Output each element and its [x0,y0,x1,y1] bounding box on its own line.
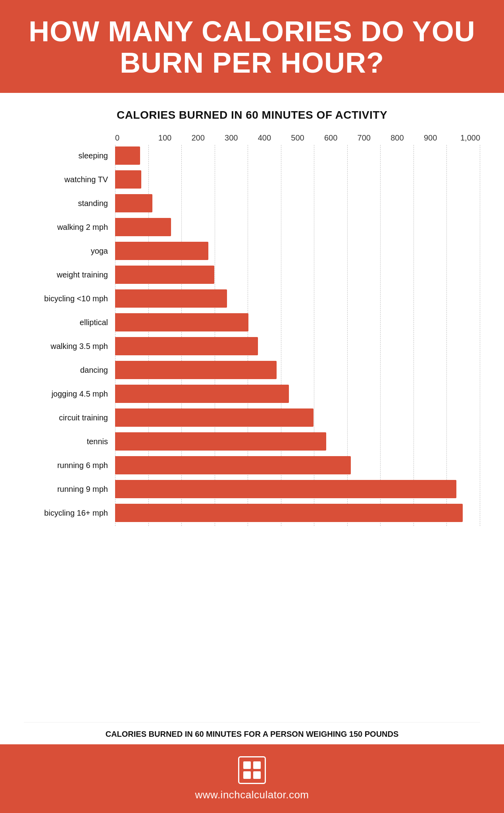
bar-track [115,431,480,452]
bar-label: walking 2 mph [24,223,115,232]
x-axis-label: 400 [248,133,281,143]
bar-label: watching TV [24,175,115,184]
bar-label: running 9 mph [24,485,115,494]
bar-track [115,288,480,309]
footer: CALORIES BURNED IN 60 MINUTES FOR A PERS… [0,722,504,744]
x-axis-label: 1,000 [447,133,480,143]
calc-cell-3 [243,771,251,779]
bar-row: yoga [24,240,480,262]
x-axis-label: 900 [414,133,447,143]
chart-title: CALORIES BURNED IN 60 MINUTES OF ACTIVIT… [24,109,480,121]
bar-track [115,407,480,428]
bar-track [115,383,480,405]
x-axis-label: 0 [115,133,148,143]
bar-row: bicycling 16+ mph [24,502,480,524]
page-title: HOW MANY CALORIES DO YOU BURN PER HOUR? [24,16,480,79]
x-axis: 01002003004005006007008009001,000 [115,133,480,143]
bar-track [115,335,480,357]
calc-cell-4 [253,771,261,779]
calc-cell-1 [243,761,251,769]
bar-row: running 9 mph [24,478,480,500]
bar-row: elliptical [24,312,480,333]
bar-track [115,502,480,524]
bar-label: yoga [24,247,115,256]
x-axis-label: 700 [347,133,381,143]
bar-track [115,264,480,285]
chart-container: 01002003004005006007008009001,000 sleepi… [24,133,480,710]
x-axis-label: 800 [381,133,414,143]
bar-fill [115,385,289,403]
bar-row: sleeping [24,145,480,166]
bar-fill [115,266,214,284]
bar-row: standing [24,193,480,214]
calculator-icon [238,756,266,784]
bar-row: jogging 4.5 mph [24,383,480,405]
bar-fill [115,361,277,379]
bar-track [115,169,480,190]
bar-label: jogging 4.5 mph [24,389,115,399]
bar-track [115,359,480,381]
bar-fill [115,432,326,451]
x-axis-label: 600 [314,133,348,143]
brand-url: www.inchcalculator.com [195,789,309,801]
x-axis-label: 500 [281,133,314,143]
bar-row: watching TV [24,169,480,190]
bar-fill [115,170,141,189]
footer-brand: www.inchcalculator.com [0,744,504,813]
bar-track [115,145,480,166]
bar-fill [115,146,140,165]
bar-fill [115,504,463,522]
bar-label: weight training [24,270,115,279]
bar-track [115,240,480,262]
x-axis-label: 200 [181,133,215,143]
bar-label: circuit training [24,413,115,422]
bar-fill [115,337,258,355]
bar-label: walking 3.5 mph [24,342,115,351]
bar-label: standing [24,199,115,208]
x-axis-label: 100 [148,133,182,143]
x-axis-label: 300 [215,133,248,143]
bar-row: weight training [24,264,480,285]
bar-track [115,478,480,500]
bar-row: walking 2 mph [24,216,480,238]
bar-track [115,312,480,333]
bar-fill [115,313,248,331]
bar-fill [115,194,152,212]
bar-label: sleeping [24,151,115,160]
calc-cell-2 [253,761,261,769]
bar-label: tennis [24,437,115,446]
bar-row: bicycling <10 mph [24,288,480,309]
bar-fill [115,408,314,427]
bar-fill [115,289,227,308]
bar-label: running 6 mph [24,461,115,470]
bar-fill [115,480,456,498]
header: HOW MANY CALORIES DO YOU BURN PER HOUR? [0,0,504,93]
bar-label: elliptical [24,318,115,327]
bar-fill [115,242,208,260]
bar-label: bicycling <10 mph [24,294,115,303]
bar-row: tennis [24,431,480,452]
bar-track [115,455,480,476]
bar-fill [115,218,171,236]
bar-row: circuit training [24,407,480,428]
bar-track [115,216,480,238]
bar-label: dancing [24,366,115,375]
bar-row: dancing [24,359,480,381]
bar-row: walking 3.5 mph [24,335,480,357]
bar-track [115,193,480,214]
main-content: CALORIES BURNED IN 60 MINUTES OF ACTIVIT… [0,93,504,722]
bar-label: bicycling 16+ mph [24,509,115,518]
bar-row: running 6 mph [24,455,480,476]
bars-area: sleepingwatching TVstandingwalking 2 mph… [24,145,480,526]
bar-fill [115,456,351,474]
footer-caption: CALORIES BURNED IN 60 MINUTES FOR A PERS… [24,722,480,744]
